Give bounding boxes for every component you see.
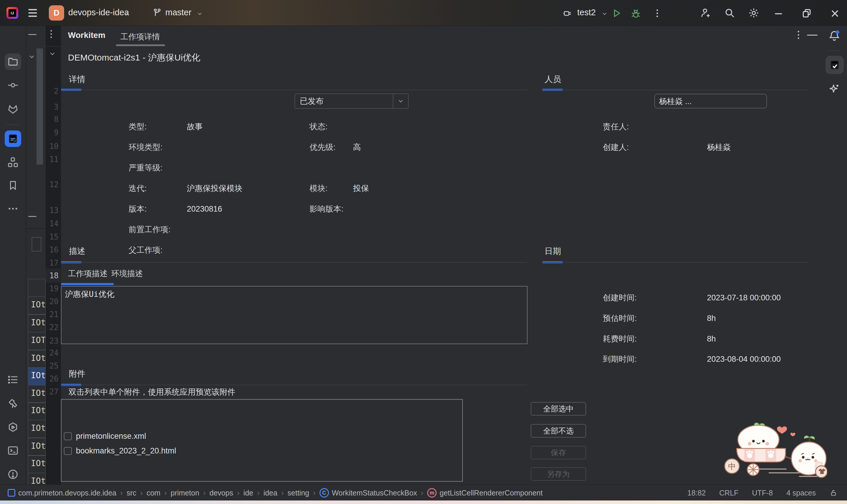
encoding-widget[interactable]: UTF-8 xyxy=(752,489,773,497)
sidebar-item-todo[interactable] xyxy=(7,374,19,385)
breadcrumb-item[interactable]: primeton › xyxy=(171,488,209,498)
breadcrumb-label: getListCellRendererComponent xyxy=(439,489,542,497)
more-actions-icon[interactable] xyxy=(652,7,662,19)
sidebar-item-terminal[interactable] xyxy=(7,445,19,456)
indent-widget[interactable]: 4 spaces xyxy=(786,489,816,497)
sidebar-item-commit[interactable] xyxy=(7,79,19,91)
breadcrumb-item[interactable]: ide › xyxy=(243,488,263,498)
description-textarea[interactable]: 沪惠保Ui优化 xyxy=(61,286,528,344)
line-number: 14 xyxy=(46,219,58,229)
scrollbar-thumb[interactable] xyxy=(36,49,43,165)
attachment-row[interactable]: primetonlicense.xml xyxy=(64,430,146,443)
debug-button[interactable] xyxy=(630,7,641,19)
panel-drag-handle[interactable] xyxy=(28,216,36,217)
unlock-icon[interactable] xyxy=(829,489,837,497)
section-attachments-line xyxy=(61,385,527,385)
field-label: 版本: xyxy=(128,204,147,214)
breadcrumb-item[interactable]: C WorkitemStatusCheckBox › xyxy=(319,488,428,498)
chevron-down-icon[interactable] xyxy=(28,53,36,60)
field-value: 8h xyxy=(707,313,716,324)
sidebar-item-problems[interactable] xyxy=(7,468,19,480)
breadcrumb-separator-icon: › xyxy=(164,488,167,498)
ai-assistant-sparkle-icon[interactable] xyxy=(828,83,840,95)
line-number: 13 xyxy=(46,205,58,215)
table-row[interactable]: IOt xyxy=(28,385,46,403)
search-icon[interactable] xyxy=(724,7,736,19)
gutter-options-icon[interactable] xyxy=(47,28,55,41)
select-all-button[interactable]: 全部选中 xyxy=(531,402,586,416)
table-row[interactable]: IOt xyxy=(28,402,46,420)
breadcrumb-item[interactable]: com.primeton.devops.ide.idea › xyxy=(8,488,126,498)
chevron-down-icon xyxy=(601,11,608,17)
sidebar-item-structure[interactable] xyxy=(7,156,19,168)
run-button[interactable] xyxy=(611,7,622,19)
attachment-checkbox[interactable] xyxy=(64,447,72,455)
notifications-bell-icon[interactable] xyxy=(828,30,841,42)
table-row[interactable]: IOt xyxy=(28,314,46,332)
hide-panel-button[interactable] xyxy=(807,35,817,36)
chevron-down-icon[interactable] xyxy=(393,94,408,108)
breadcrumb-icon: m xyxy=(427,488,437,498)
attachment-row[interactable]: bookmarks_2023_2_20.html xyxy=(64,444,176,457)
attachment-checkbox[interactable] xyxy=(64,432,72,440)
field-value: 沪惠保投保模块 xyxy=(187,183,242,194)
sidebar-item-services[interactable] xyxy=(7,421,19,433)
panel-options-icon[interactable] xyxy=(794,30,803,41)
table-row[interactable]: IOt xyxy=(28,455,46,473)
restore-button[interactable] xyxy=(801,7,813,19)
owner-input[interactable]: 杨桂焱 ... xyxy=(654,94,767,108)
project-selector[interactable]: devops-ide-idea xyxy=(68,7,129,17)
add-user-icon[interactable] xyxy=(699,7,711,19)
breadcrumb-label: com.primeton.devops.ide.idea xyxy=(18,489,117,497)
line-ending-widget[interactable]: CRLF xyxy=(719,489,739,497)
section-details-line xyxy=(61,90,527,90)
fold-chevron-icon[interactable] xyxy=(49,50,56,58)
table-row[interactable]: IOt xyxy=(28,438,46,456)
breadcrumb-item[interactable]: setting › xyxy=(288,488,319,498)
tab-workitem-detail[interactable]: 工作项详情 xyxy=(120,32,160,42)
line-number: 8 xyxy=(46,114,58,124)
line-number: 15 xyxy=(46,232,58,242)
breadcrumb-item[interactable]: m getListCellRendererComponent › xyxy=(427,488,542,498)
rail-item-workitem-active[interactable] xyxy=(826,56,844,74)
breadcrumb-item[interactable]: src › xyxy=(126,488,146,498)
breadcrumb-item[interactable]: devops › xyxy=(209,488,243,498)
sidebar-item-project[interactable] xyxy=(7,56,19,68)
sidebar-item-bookmarks[interactable] xyxy=(7,180,19,191)
table-row[interactable]: IOt xyxy=(28,350,46,368)
breadcrumb-separator-icon: › xyxy=(140,488,143,498)
run-config-selector[interactable]: test2 xyxy=(577,7,596,17)
sidebar-item-build[interactable] xyxy=(7,398,19,409)
status-bar: com.primeton.devops.ide.idea › src › com… xyxy=(0,485,847,501)
table-row[interactable]: IOt xyxy=(28,296,46,314)
table-row[interactable]: IOt xyxy=(28,367,46,385)
settings-gear-icon[interactable] xyxy=(748,7,760,19)
sidebar-item-more[interactable] xyxy=(7,203,19,215)
breadcrumb-item[interactable]: idea › xyxy=(263,488,288,498)
field-label: 创建人: xyxy=(603,142,629,152)
sidebar-divider xyxy=(6,125,20,125)
section-people-line xyxy=(542,90,808,90)
breadcrumb-label: ide xyxy=(243,489,253,497)
field-label: 预估时间: xyxy=(603,313,637,324)
table-row[interactable]: IOt xyxy=(28,420,46,438)
sidebar-item-gitlab[interactable] xyxy=(7,103,19,115)
branch-selector[interactable]: master xyxy=(165,7,191,17)
caret-position-widget[interactable]: 18:82 xyxy=(687,489,706,497)
tool-window-title: Workitem xyxy=(68,31,105,40)
panel-drag-handle[interactable] xyxy=(28,34,36,35)
status-select[interactable]: 已发布 xyxy=(294,93,409,109)
field-value: 高 xyxy=(353,142,361,152)
minimize-button[interactable] xyxy=(773,7,784,19)
table-row[interactable] xyxy=(28,279,46,297)
select-none-button[interactable]: 全部不选 xyxy=(531,424,586,437)
tab-env-description[interactable]: 环境描述 xyxy=(111,268,143,279)
hamburger-menu-icon[interactable] xyxy=(27,8,38,18)
save-button: 保存 xyxy=(531,446,586,459)
breadcrumb-label: com xyxy=(146,489,160,497)
close-button[interactable] xyxy=(829,7,841,19)
title-bar: IJ D devops-ide-idea master test2 xyxy=(0,0,847,26)
table-row[interactable]: IOT xyxy=(28,332,46,350)
tab-workitem-description[interactable]: 工作项描述 xyxy=(68,268,108,279)
breadcrumb-item[interactable]: com › xyxy=(146,488,171,498)
